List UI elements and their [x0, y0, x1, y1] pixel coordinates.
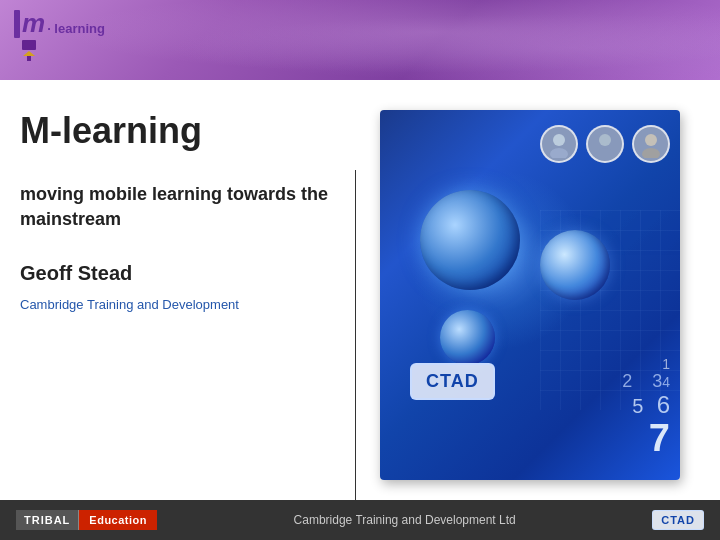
number-1: 1 — [622, 357, 670, 372]
sphere-large — [420, 190, 520, 290]
header-overlay — [0, 0, 720, 80]
education-label: Education — [79, 510, 157, 530]
avatar-3 — [632, 125, 670, 163]
svg-point-5 — [550, 148, 568, 158]
footer-ctad-badge: CTAD — [652, 510, 704, 530]
number-2: 2 34 — [622, 372, 670, 392]
slide-subtitle: moving mobile learning towards the mains… — [20, 182, 340, 232]
svg-point-6 — [599, 134, 611, 146]
footer-left: TRIBAL Education — [16, 510, 157, 530]
vertical-divider — [355, 170, 356, 540]
footer-bar: TRIBAL Education Cambridge Training and … — [0, 500, 720, 540]
header-banner: m · learning — [0, 0, 720, 80]
logo-learning-text: · learning — [47, 21, 105, 38]
main-area: M-learning moving mobile learning toward… — [0, 80, 720, 500]
tribal-label: TRIBAL — [16, 510, 79, 530]
avatar-2 — [586, 125, 624, 163]
svg-point-9 — [642, 148, 660, 158]
book-cover: CTAD 1 2 34 5 6 7 — [380, 110, 680, 480]
book-numbers: 1 2 34 5 6 7 — [622, 357, 670, 460]
logo-i-bar — [14, 10, 20, 38]
logo-m: m · learning — [14, 10, 105, 38]
ctad-badge-cover: CTAD — [410, 363, 495, 400]
svg-point-7 — [596, 148, 614, 158]
svg-rect-0 — [22, 40, 36, 50]
content-area: M-learning moving mobile learning toward… — [0, 80, 720, 500]
slide-author: Geoff Stead — [20, 262, 340, 285]
logo-m-letter: m — [22, 10, 45, 36]
logo-area: m · learning — [14, 10, 105, 38]
logo-bottom-icon — [20, 40, 38, 62]
svg-point-4 — [553, 134, 565, 146]
slide-organization: Cambridge Training and Development — [20, 297, 340, 312]
avatar-1 — [540, 125, 578, 163]
avatar-row — [540, 125, 670, 163]
right-panel: CTAD 1 2 34 5 6 7 — [360, 100, 700, 500]
sphere-small — [440, 310, 495, 365]
left-panel: M-learning moving mobile learning toward… — [20, 100, 360, 500]
slide-title: M-learning — [20, 110, 340, 152]
footer-center-text: Cambridge Training and Development Ltd — [294, 513, 516, 527]
number-7: 7 — [622, 418, 670, 460]
number-5: 5 6 — [622, 392, 670, 418]
svg-point-8 — [645, 134, 657, 146]
svg-rect-2 — [27, 56, 31, 61]
svg-marker-1 — [23, 51, 35, 56]
sphere-medium — [540, 230, 610, 300]
